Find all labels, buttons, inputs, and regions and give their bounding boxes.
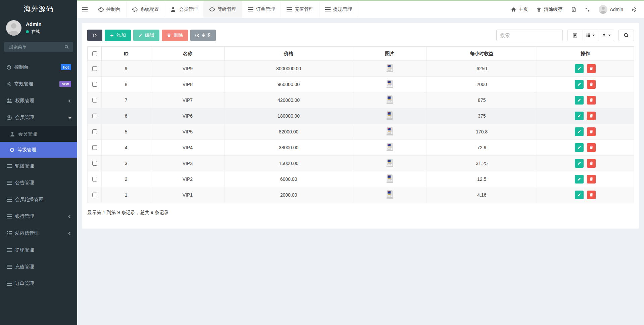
cell-id: 8 [102, 77, 151, 92]
row-checkbox[interactable] [92, 129, 97, 134]
product-image-thumbnail[interactable] [386, 143, 393, 152]
column-header-price[interactable]: 价格 [225, 47, 353, 61]
row-checkbox[interactable] [92, 82, 97, 87]
row-edit-button[interactable] [575, 112, 584, 120]
menu-item-label: 轮播管理 [15, 163, 71, 169]
product-image-thumbnail[interactable] [386, 174, 393, 183]
row-checkbox[interactable] [92, 145, 97, 150]
product-image-thumbnail[interactable] [386, 64, 393, 73]
sidebar-item[interactable]: 会员轮播管理 [0, 191, 77, 208]
row-edit-button[interactable] [575, 143, 584, 152]
row-checkbox[interactable] [92, 98, 97, 103]
cell-name: VIP6 [151, 108, 225, 124]
trash-icon [537, 7, 541, 12]
delete-button[interactable]: 删除 [162, 30, 188, 41]
row-edit-button[interactable] [575, 159, 584, 168]
detail-view-button[interactable] [567, 30, 583, 41]
row-delete-button[interactable] [587, 64, 596, 73]
sidebar: 海外源码 Admin 在线 控制台 hot 常规管理 [0, 0, 77, 325]
row-edit-button[interactable] [575, 80, 584, 89]
row-edit-button[interactable] [575, 96, 584, 105]
row-checkbox[interactable] [92, 66, 97, 71]
row-edit-button[interactable] [575, 175, 584, 184]
column-header-name[interactable]: 名称 [151, 47, 225, 61]
nav-tab[interactable]: 会员管理 [165, 1, 204, 18]
row-delete-button[interactable] [587, 127, 596, 136]
sidebar-item[interactable]: 订单管理 [0, 275, 77, 292]
user-avatar[interactable] [6, 20, 21, 36]
sidebar-item[interactable]: 权限管理 [0, 92, 77, 109]
menu-item-label: 充值管理 [15, 264, 71, 270]
row-checkbox[interactable] [92, 114, 97, 118]
sidebar-item[interactable]: 提现管理 [0, 242, 77, 258]
column-header-image[interactable]: 图片 [353, 47, 427, 61]
row-checkbox[interactable] [92, 161, 97, 166]
row-delete-button[interactable] [587, 143, 596, 152]
sidebar-item[interactable]: 常规管理 new [0, 76, 77, 92]
sidebar-item[interactable]: 会员管理 [0, 126, 77, 142]
row-delete-button[interactable] [587, 159, 596, 168]
row-delete-button[interactable] [587, 96, 596, 105]
product-image-thumbnail[interactable] [386, 95, 393, 104]
product-image-thumbnail[interactable] [386, 111, 393, 120]
export-button[interactable] [598, 30, 614, 41]
columns-button[interactable] [583, 30, 598, 41]
column-header-income[interactable]: 每小时收益 [427, 47, 537, 61]
row-delete-button[interactable] [587, 191, 596, 199]
fullscreen-button[interactable] [581, 1, 594, 18]
sidebar-search-input[interactable] [8, 44, 64, 50]
nav-tab[interactable]: 系统配置 [127, 1, 165, 18]
user-menu[interactable]: Admin [594, 1, 628, 18]
home-link[interactable]: 主页 [507, 1, 532, 18]
tab-icon [248, 7, 253, 11]
sidebar-item[interactable]: 银行管理 [0, 208, 77, 225]
search-button[interactable] [618, 30, 634, 41]
cell-income: 12.5 [427, 171, 537, 187]
sidebar-item[interactable]: 充值管理 [0, 258, 77, 275]
clear-cache-link[interactable]: 清除缓存 [532, 1, 567, 18]
row-delete-button[interactable] [587, 112, 596, 120]
sidebar-item[interactable]: 站内信管理 [0, 225, 77, 242]
row-checkbox[interactable] [92, 177, 97, 181]
sidebar-item[interactable]: 轮播管理 [0, 158, 77, 174]
nav-tab[interactable]: 充值管理 [281, 1, 319, 18]
menu-item-label: 提现管理 [15, 247, 71, 253]
product-image-thumbnail[interactable] [386, 127, 393, 136]
row-edit-button[interactable] [575, 64, 584, 73]
product-image-thumbnail[interactable] [386, 159, 393, 167]
sidebar-item[interactable]: 等级管理 [0, 142, 77, 158]
menu-badge: hot [61, 64, 71, 70]
row-checkbox[interactable] [92, 193, 97, 197]
settings-button[interactable] [628, 1, 641, 18]
table-search-input[interactable] [496, 30, 563, 41]
cell-id: 2 [102, 171, 151, 187]
row-delete-button[interactable] [587, 80, 596, 89]
edit-button[interactable]: 编辑 [133, 30, 159, 41]
row-edit-button[interactable] [575, 191, 584, 199]
refresh-button[interactable] [87, 30, 102, 41]
menu-toggle-button[interactable] [77, 1, 93, 18]
add-button[interactable]: 添加 [105, 30, 131, 41]
more-button[interactable]: 更多 [190, 30, 216, 41]
sidebar-item[interactable]: 公告管理 [0, 174, 77, 191]
nav-tab[interactable]: 控制台 [93, 1, 127, 18]
product-image-thumbnail[interactable] [386, 190, 393, 199]
column-header-id[interactable]: ID [102, 47, 151, 61]
language-button[interactable] [567, 1, 581, 18]
sidebar-item[interactable]: 控制台 hot [0, 59, 77, 76]
menu-item-icon [10, 148, 14, 152]
sidebar-item[interactable]: 会员管理 [0, 109, 77, 126]
nav-tab[interactable]: 提现管理 [319, 1, 358, 18]
product-image-thumbnail[interactable] [386, 80, 393, 88]
nav-tab[interactable]: 等级管理 [204, 1, 242, 18]
select-all-checkbox[interactable] [92, 51, 97, 56]
row-edit-button[interactable] [575, 127, 584, 136]
nav-tab[interactable]: 订单管理 [242, 1, 281, 18]
cell-name: VIP3 [151, 156, 225, 171]
menu-item-label: 站内信管理 [15, 230, 69, 236]
pencil-icon [138, 33, 143, 38]
table-header-row: ID 名称 价格 图片 每小时收益 操作 [88, 47, 634, 61]
clear-cache-label: 清除缓存 [544, 6, 562, 12]
row-delete-button[interactable] [587, 175, 596, 184]
table-row: 3 VIP3 15000.00 [88, 156, 634, 171]
